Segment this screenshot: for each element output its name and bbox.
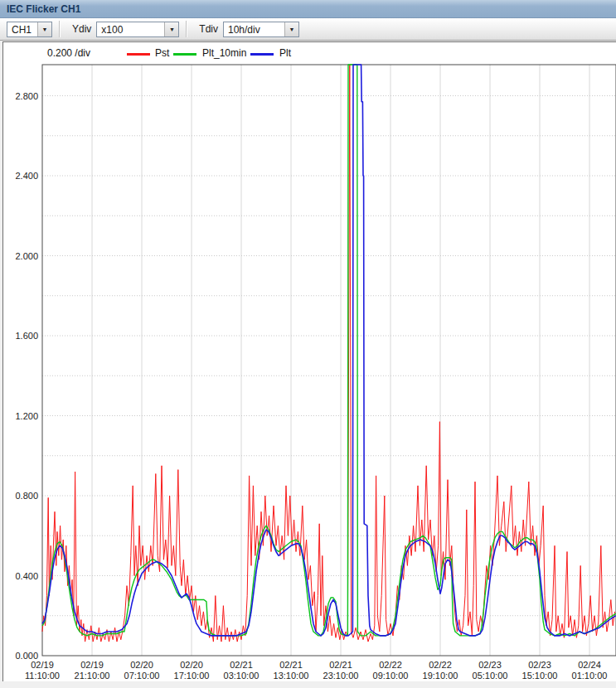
x-tick-time-label: 13:10:00 (274, 671, 309, 681)
x-tick-time-label: 21:10:00 (75, 671, 110, 681)
x-tick-date-label: 02/20 (130, 660, 153, 670)
series-plt-line (42, 65, 616, 636)
x-tick-date-label: 02/21 (230, 660, 253, 670)
x-tick-time-label: 09:10:00 (373, 671, 409, 681)
x-tick-date-label: 02/20 (180, 660, 203, 670)
x-tick-time-label: 07:10:00 (124, 671, 160, 681)
x-tick-time-label: 19:10:00 (423, 671, 458, 681)
x-tick-date-label: 02/23 (478, 660, 502, 670)
x-tick-time-label: 17:10:00 (174, 671, 210, 681)
x-tick-date-label: 02/24 (578, 660, 601, 670)
plot-frame (42, 65, 616, 656)
x-tick-date-label: 02/22 (429, 660, 452, 670)
x-tick-time-label: 05:10:00 (473, 671, 508, 681)
series-plt_10min-line (42, 65, 616, 636)
x-tick-date-label: 02/21 (279, 660, 303, 670)
x-tick-date-label: 02/19 (31, 660, 54, 670)
y-tick-label: 2.400 (15, 171, 38, 181)
y-tick-label: 0.400 (15, 571, 38, 581)
x-tick-time-label: 11:10:00 (25, 671, 60, 681)
x-tick-date-label: 02/23 (528, 660, 551, 670)
y-tick-label: 1.600 (15, 331, 38, 341)
x-tick-date-label: 02/21 (329, 660, 352, 670)
y-tick-label: 2.000 (15, 251, 38, 261)
y-tick-label: 2.800 (15, 91, 38, 101)
x-tick-time-label: 23:10:00 (323, 671, 359, 681)
series-pst-line (42, 65, 615, 642)
x-tick-time-label: 01:10:00 (572, 671, 608, 681)
x-tick-time-label: 03:10:00 (224, 671, 259, 681)
x-tick-date-label: 02/22 (379, 660, 402, 670)
x-tick-time-label: 15:10:00 (522, 671, 558, 681)
y-tick-label: 1.200 (15, 411, 38, 421)
flicker-trend-chart: 0.0000.4000.8001.2001.6002.0002.4002.800… (0, 0, 616, 688)
x-tick-date-label: 02/19 (80, 660, 104, 670)
y-tick-label: 0.800 (15, 491, 38, 501)
